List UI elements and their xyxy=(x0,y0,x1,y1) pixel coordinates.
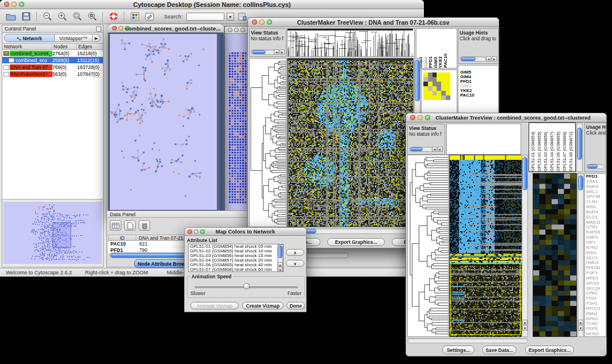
zoom-fit-icon[interactable] xyxy=(71,11,83,22)
column-label[interactable]: GPL51-08 (GSM872) xyxy=(568,132,575,171)
treeview1-row-dendrogram[interactable] xyxy=(249,58,286,227)
network-list-row[interactable]: DNA and Tran 07769(0)183728(0) xyxy=(2,64,103,71)
animate-vizmap-button[interactable]: Animate Vizmap xyxy=(190,302,239,309)
scroll-down-icon[interactable]: ▼ xyxy=(522,325,527,331)
zoom-in-icon[interactable] xyxy=(56,11,68,22)
export-graphics-button[interactable]: Export Graphics... xyxy=(327,238,385,246)
save-data-button[interactable]: Save Data... xyxy=(482,346,517,354)
treeview2-zoom-vscrollbar[interactable]: ▲ ▼ xyxy=(577,173,584,337)
scroll-up-icon[interactable]: ▲ xyxy=(578,320,583,325)
network-window-titlebar[interactable]: combined_scores_good.txt--cluste... xyxy=(108,24,224,33)
move-down-button[interactable]: ∨ xyxy=(286,260,304,267)
column-label[interactable]: GPL51-04 (GSM857) xyxy=(549,132,556,171)
search-dropdown-icon[interactable]: ▼ xyxy=(227,13,234,21)
scroll-right-icon[interactable]: ► xyxy=(280,49,285,55)
view-status-hscrollbar[interactable] xyxy=(251,49,276,55)
dialog-titlebar[interactable]: Map Colors to Network xyxy=(185,228,306,236)
scroll-up-icon[interactable]: ▲ xyxy=(278,262,282,267)
scroll-right-icon[interactable]: ► xyxy=(492,56,497,62)
close-icon[interactable] xyxy=(112,26,117,30)
vizmapper-palette-icon[interactable] xyxy=(128,11,141,22)
zoom-selected-icon[interactable] xyxy=(86,11,98,22)
float-panel-icon[interactable] xyxy=(96,26,101,32)
network-list-row[interactable]: combined_scores_2764(0)16218(0) xyxy=(2,50,103,57)
birdseye-view[interactable] xyxy=(3,202,102,264)
attribute-list-vscrollbar[interactable]: ▲ ▼ xyxy=(277,244,283,272)
row-label[interactable]: PAC10 xyxy=(460,93,498,98)
treeview1-column-dendrogram[interactable] xyxy=(287,28,415,57)
resize-grip[interactable] xyxy=(600,350,606,355)
thumbnail-cell xyxy=(423,72,428,77)
status-middle-hint: Middle- xyxy=(167,270,184,275)
minimize-icon[interactable] xyxy=(118,26,123,30)
treeview1-titlebar[interactable]: ClusterMaker TreeView : DNA and Tran 07-… xyxy=(248,18,499,27)
attribute-list-item[interactable]: GPL51-07 (GSM868) heat shock 60 min xyxy=(189,267,283,272)
speed-slider-thumb[interactable] xyxy=(243,283,250,289)
annotation-edit-icon[interactable] xyxy=(143,11,156,22)
zoom-out-icon[interactable] xyxy=(41,11,53,22)
column-label[interactable]: YKE2 xyxy=(438,56,442,68)
network-list-row[interactable]: RNAPuberNov2+563(0)107847(0) xyxy=(2,71,103,78)
view-status-hscrollbar[interactable] xyxy=(409,147,433,152)
help-lifesaver-icon[interactable] xyxy=(107,11,120,22)
close-icon[interactable] xyxy=(228,28,232,32)
minimize-icon[interactable] xyxy=(234,28,239,32)
open-file-button[interactable] xyxy=(5,11,17,22)
column-label[interactable]: PFD1 xyxy=(428,56,433,68)
column-label[interactable]: GPL51-01 (GSM854) xyxy=(530,132,537,171)
new-attribute-icon[interactable] xyxy=(124,220,136,231)
scroll-down-icon[interactable]: ▼ xyxy=(278,267,282,272)
tab-network[interactable]: Network xyxy=(4,34,55,42)
col-network[interactable]: Network xyxy=(2,44,52,49)
column-label[interactable]: GPL51-07 (GSM868) xyxy=(562,132,568,171)
search-input[interactable] xyxy=(186,13,224,21)
treeview2-zoom-panel[interactable] xyxy=(533,173,577,337)
treeview1-heatmap[interactable] xyxy=(287,58,414,227)
column-label[interactable]: GPL51-03 (GSM856) xyxy=(543,132,549,171)
treeview1-selection-thumbnail[interactable] xyxy=(423,72,457,100)
save-button[interactable] xyxy=(20,11,32,22)
settings-button[interactable]: Settings... xyxy=(442,346,475,354)
col-edges[interactable]: Edges xyxy=(77,44,103,49)
scroll-left-icon[interactable]: ◄ xyxy=(486,56,491,62)
network-canvas[interactable] xyxy=(110,34,217,210)
network-vscrollbar[interactable] xyxy=(217,34,223,210)
column-label[interactable]: PAC10 xyxy=(443,53,447,68)
column-label[interactable]: GPL51-02 (GSM855) xyxy=(537,132,543,171)
delete-attribute-icon[interactable] xyxy=(139,220,150,231)
export-graphics-button[interactable]: Export Graphics... xyxy=(525,346,574,354)
column-label[interactable]: GPL51-06 (GSM865) xyxy=(556,132,562,171)
id-column-header[interactable]: ID xyxy=(109,235,136,240)
main-window-title: Cytoscape Desktop (Session Name: collins… xyxy=(0,1,424,8)
treeview2-collabel-vscrollbar[interactable] xyxy=(576,122,583,172)
node-attribute-browser-button[interactable]: Node Attribute Brows xyxy=(134,259,192,268)
scroll-up-icon[interactable]: ▲ xyxy=(522,320,527,325)
col-nodes[interactable]: Nodes xyxy=(52,44,77,49)
resize-grip[interactable] xyxy=(300,305,305,311)
usage-hints-hscrollbar[interactable] xyxy=(586,164,605,169)
tab-overflow-arrow[interactable]: ▶ xyxy=(93,34,101,42)
gene-label[interactable]: MON2 xyxy=(586,332,606,337)
column-label[interactable]: GIM3 xyxy=(433,57,438,68)
zoom-window-icon[interactable] xyxy=(240,28,245,32)
column-label[interactable]: GIM4 xyxy=(423,57,428,68)
attribute-listbox[interactable]: GPL51-01 (GSM854) heat shock 05 minGPL51… xyxy=(188,244,284,272)
scroll-left-icon[interactable]: ◄ xyxy=(432,147,437,152)
treeview2-titlebar[interactable]: ClusterMaker TreeView : combined_scores_… xyxy=(406,113,606,122)
scroll-right-icon[interactable]: ► xyxy=(438,147,443,152)
network-list-row[interactable]: combined_sco2569(6)13112(15) xyxy=(2,57,103,64)
scroll-left-icon[interactable]: ◄ xyxy=(274,49,279,55)
usage-hints-hscrollbar[interactable] xyxy=(460,56,486,62)
main-titlebar[interactable]: Cytoscape Desktop (Session Name: collins… xyxy=(0,0,424,9)
treeview2-row-dendrogram[interactable] xyxy=(407,155,449,337)
move-up-button[interactable]: ∧ xyxy=(286,249,304,256)
close-icon[interactable] xyxy=(410,115,415,120)
scroll-down-icon[interactable]: ▼ xyxy=(578,325,583,331)
create-vizmap-button[interactable]: Create Vizmap xyxy=(242,302,284,309)
treeview2-column-dendrogram[interactable] xyxy=(446,124,521,155)
treeview2-vscrollbar[interactable]: ▲ ▼ xyxy=(522,155,528,337)
treeview2-hscrollbar[interactable] xyxy=(407,338,528,343)
treeview2-heatmap[interactable] xyxy=(449,155,521,337)
tab-vizmapper[interactable]: VizMapper™ xyxy=(55,34,93,42)
select-attributes-icon[interactable] xyxy=(110,220,121,231)
